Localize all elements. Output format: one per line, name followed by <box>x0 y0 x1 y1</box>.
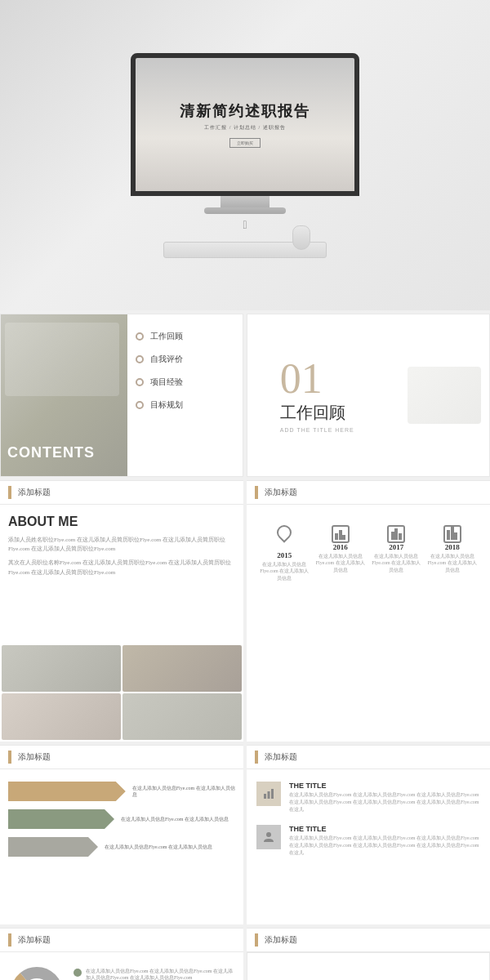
photo-grid <box>0 644 243 742</box>
monitor-graphic: 清新简约述职报告 工作汇报 / 计划总结 / 述职报告 立即购买  <box>131 53 359 258</box>
arrow-row-1: 在这儿添加人员信息Flye.com 在这儿添加人员信息 <box>8 782 235 801</box>
bar <box>451 527 454 540</box>
bar <box>342 535 345 540</box>
add-title-text: 添加标题 <box>265 934 297 946</box>
hero-cta-button[interactable]: 立即购买 <box>229 138 261 148</box>
bullet-dot <box>136 378 144 386</box>
monitor-stand <box>220 196 270 207</box>
hero-subtitle: 工作汇报 / 计划总结 / 述职报告 <box>204 124 285 131</box>
row-6-titles: 添加标题 添加标题 <box>0 928 490 952</box>
section-title: 工作回顾 <box>280 402 345 424</box>
row-1: CONTENTS 工作回顾 自我评价 项目经验 目标规划 01 工作回顾 <box>0 314 490 477</box>
list-item-text: 项目经验 <box>150 376 183 388</box>
add-title-bar-right-2: 添加标题 <box>247 745 490 769</box>
pin-shape <box>274 522 294 542</box>
timeline-desc: 在这儿添加人员信息Flye.com 在这儿添加人员信息 <box>372 553 421 573</box>
detail-body-2: 在这儿添加人员信息Flye.com 在这儿添加人员信息Flye.com 在这儿添… <box>289 835 480 857</box>
row-3: ABOUT ME 添加人员姓名职位Flye.com 在这儿添加人员简历职位Fly… <box>0 505 490 644</box>
accent-bar <box>255 933 258 947</box>
timeline-item-2016: 2016 在这儿添加人员信息Flye.com 在这儿添加人员信息 <box>316 525 365 573</box>
photo-thumb-3 <box>2 693 121 740</box>
bar <box>399 533 402 540</box>
accent-bar <box>8 751 11 764</box>
timeline-year: 2016 <box>333 543 348 551</box>
contents-label: CONTENTS <box>7 444 95 461</box>
list-item-text: 工作回顾 <box>150 331 183 342</box>
list-item: 项目经验 <box>136 376 238 388</box>
photo-grid-row <box>0 644 490 742</box>
keyboard-bg-deco <box>5 323 119 396</box>
add-title-bar-right: 添加标题 <box>247 480 490 505</box>
detail-cell: THE TITLE 在这儿添加人员信息Flye.com 在这儿添加人员信息Fly… <box>247 769 490 924</box>
accent-bar <box>255 486 258 499</box>
section-number: 01 <box>280 358 323 400</box>
bar <box>339 530 342 540</box>
add-title-text: 添加标题 <box>18 751 51 763</box>
arrow-label-1: 在这儿添加人员信息Flye.com 在这儿添加人员信息 <box>132 785 235 799</box>
about-me-cell: ABOUT ME 添加人员姓名职位Flye.com 在这儿添加人员简历职位Fly… <box>0 505 243 644</box>
timeline-cell: 2015 在这儿添加人员信息Flye.com 在这儿添加人员信息 2016 在这… <box>247 505 490 644</box>
monitor-screen: 清新简约述职报告 工作汇报 / 计划总结 / 述职报告 立即购买 <box>131 53 359 196</box>
photo-thumb-1 <box>2 645 121 692</box>
bar <box>454 532 457 540</box>
arrow-shape-1 <box>8 782 126 801</box>
bullet-dot <box>136 355 144 363</box>
spacer-cell <box>247 644 490 742</box>
svg-rect-1 <box>267 791 270 799</box>
arrow-shape-2 <box>8 809 114 829</box>
bullet-dot <box>136 332 144 341</box>
accent-bar <box>8 933 11 947</box>
contents-list: 工作回顾 自我评价 项目经验 目标规划 <box>136 331 238 422</box>
timeline-desc: 在这儿添加人员信息Flye.com 在这儿添加人员信息 <box>428 553 477 573</box>
detail-item-2: THE TITLE 在这儿添加人员信息Flye.com 在这儿添加人员信息Fly… <box>256 825 480 857</box>
detail-title-1: THE TITLE <box>289 782 480 790</box>
contents-cell: CONTENTS 工作回顾 自我评价 项目经验 目标规划 <box>0 314 243 477</box>
about-me-text-1: 添加人员姓名职位Flye.com 在这儿添加人员简历职位Flye.com 在这儿… <box>8 536 235 554</box>
arrows-cell: 在这儿添加人员信息Flye.com 在这儿添加人员信息 在这儿添加人员信息Fly… <box>0 769 243 924</box>
row-4-titles: 添加标题 添加标题 <box>0 745 490 769</box>
hero-section: 清新简约述职报告 工作汇报 / 计划总结 / 述职报告 立即购买  <box>0 0 490 310</box>
bar <box>391 532 394 540</box>
pie-graphic-row: 在这儿添加人员信息Flye.com 在这儿添加人员信息Flye.com 在这儿添… <box>8 964 235 980</box>
detail-item-1: THE TITLE 在这儿添加人员信息Flye.com 在这儿添加人员信息Fly… <box>256 782 480 813</box>
screen-content: 清新简约述职报告 工作汇报 / 计划总结 / 述职报告 立即购买 <box>136 58 354 191</box>
timeline-year: 2015 <box>277 551 292 559</box>
add-title-text: 添加标题 <box>18 487 51 498</box>
pie-cell: 在这儿添加人员信息Flye.com 在这儿添加人员信息Flye.com 在这儿添… <box>0 952 243 980</box>
about-me-title: ABOUT ME <box>8 514 235 529</box>
arrow-label-2: 在这儿添加人员信息Flye.com 在这儿添加人员信息 <box>121 816 229 822</box>
add-title-text: 添加标题 <box>265 487 297 498</box>
row-7: 在这儿添加人员信息Flye.com 在这儿添加人员信息Flye.com 在这儿添… <box>0 952 490 980</box>
bar-chart-icon <box>387 525 405 543</box>
detail-body-1: 在这儿添加人员信息Flye.com 在这儿添加人员信息Flye.com 在这儿添… <box>289 791 480 813</box>
bar <box>447 530 450 540</box>
timeline-item-2018: 2018 在这儿添加人员信息Flye.com 在这儿添加人员信息 <box>428 525 477 573</box>
add-title-text: 添加标题 <box>265 751 297 763</box>
svg-rect-2 <box>271 789 274 799</box>
list-item-text: 目标规划 <box>150 399 183 411</box>
timeline-desc: 在这儿添加人员信息Flye.com 在这儿添加人员信息 <box>316 553 365 573</box>
chart-icon <box>262 787 275 800</box>
timeline-item-2015: 2015 在这儿添加人员信息Flye.com 在这儿添加人员信息 <box>260 525 309 581</box>
list-item-text: 自我评价 <box>150 354 183 365</box>
photo-thumb-4 <box>122 693 242 740</box>
detail-title-2: THE TITLE <box>289 825 480 833</box>
add-title-bar-left: 添加标题 <box>0 480 243 505</box>
add-title-bar-right-3: 添加标题 <box>247 928 490 952</box>
pie-legend-text-1: 在这儿添加人员信息Flye.com 在这儿添加人员信息Flye.com 在这儿添… <box>86 968 235 980</box>
monitor-base <box>204 207 286 214</box>
pie-legend: 在这儿添加人员信息Flye.com 在这儿添加人员信息Flye.com 在这儿添… <box>74 968 235 980</box>
timeline-items: 2015 在这儿添加人员信息Flye.com 在这儿添加人员信息 2016 在这… <box>256 525 480 581</box>
arrow-row-2: 在这儿添加人员信息Flye.com 在这儿添加人员信息 <box>8 809 235 829</box>
section-02-cell: 02 自我评价 ADD THE TITLE HERE <box>247 952 490 980</box>
accent-bar <box>8 486 11 499</box>
arrow-label-3: 在这儿添加人员信息Flye.com 在这儿添加人员信息 <box>105 844 212 850</box>
timeline-year: 2017 <box>389 543 403 551</box>
list-item: 目标规划 <box>136 399 238 411</box>
timeline-year: 2018 <box>445 543 460 551</box>
pie-item-1: 在这儿添加人员信息Flye.com 在这儿添加人员信息Flye.com 在这儿添… <box>74 968 235 980</box>
bullet-dot <box>136 401 144 409</box>
accent-bar <box>255 751 258 764</box>
row-2-titles: 添加标题 添加标题 <box>0 480 490 505</box>
svg-point-3 <box>266 832 271 837</box>
